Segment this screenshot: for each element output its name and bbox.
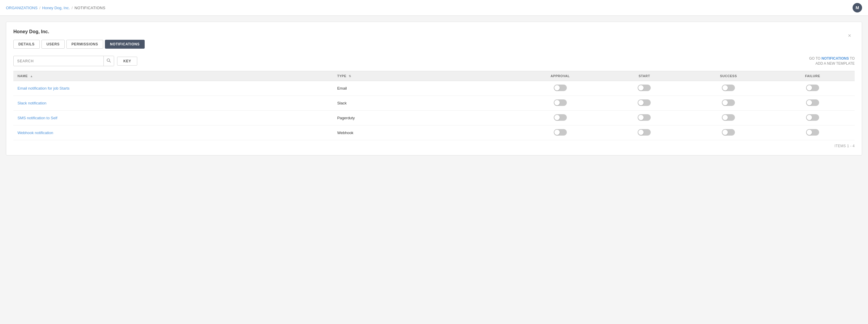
svg-line-1 (110, 61, 111, 62)
breadcrumb-sep2: / (72, 6, 73, 10)
card: Honey Dog, Inc. × DETAILS USERS PERMISSI… (6, 22, 862, 155)
search-button[interactable] (103, 56, 114, 66)
toggle-approval[interactable] (554, 99, 567, 106)
tab-permissions[interactable]: PERMISSIONS (66, 40, 103, 49)
cell-start (602, 111, 687, 125)
cell-type: Slack (333, 96, 518, 111)
goto-notifications: GO TO NOTIFICATIONS TOADD A NEW TEMPLATE (809, 56, 855, 66)
key-button[interactable]: KEY (117, 57, 137, 65)
breadcrumb-current: NOTIFICATIONS (74, 6, 105, 10)
cell-type: Webhook (333, 125, 518, 140)
card-title: Honey Dog, Inc. (13, 29, 855, 34)
toggle-failure[interactable] (806, 129, 819, 136)
breadcrumb-organizations[interactable]: ORGANIZATIONS (6, 6, 38, 10)
notification-link[interactable]: Email notification for job Starts (18, 86, 70, 90)
cell-type: Email (333, 81, 518, 96)
toggle-approval[interactable] (554, 114, 567, 121)
toggle-start[interactable] (638, 114, 651, 121)
cell-type: Pagerduty (333, 111, 518, 125)
close-button[interactable]: × (848, 33, 851, 39)
cell-name: SMS notification to Self (13, 111, 333, 125)
tab-details[interactable]: DETAILS (13, 40, 40, 49)
col-name-label: NAME (18, 74, 28, 78)
toggle-start[interactable] (638, 99, 651, 106)
cell-start (602, 96, 687, 111)
cell-start (602, 125, 687, 140)
table-body: Email notification for job StartsEmailSl… (13, 81, 855, 140)
col-header-approval: APPROVAL (518, 71, 602, 81)
col-header-success: SUCCESS (686, 71, 771, 81)
name-sort-icon[interactable]: ▲ (30, 75, 33, 78)
toggle-success[interactable] (722, 85, 735, 91)
table-row: Webhook notificationWebhook (13, 125, 855, 140)
card-header: Honey Dog, Inc. × (13, 29, 855, 34)
toolbar: KEY GO TO NOTIFICATIONS TOADD A NEW TEMP… (13, 56, 855, 66)
goto-notifications-link[interactable]: NOTIFICATIONS (822, 56, 849, 61)
notification-link[interactable]: Webhook notification (18, 130, 53, 135)
cell-approval (518, 111, 602, 125)
cell-approval (518, 125, 602, 140)
table-row: SMS notification to SelfPagerduty (13, 111, 855, 125)
type-sort-icon[interactable]: ⇅ (349, 75, 351, 78)
toggle-approval[interactable] (554, 85, 567, 91)
cell-start (602, 81, 687, 96)
search-icon (107, 58, 111, 63)
cell-failure (771, 96, 855, 111)
notification-link[interactable]: SMS notification to Self (18, 116, 57, 120)
breadcrumb: ORGANIZATIONS / Honey Dog, Inc. / NOTIFI… (6, 6, 105, 10)
breadcrumb-org-name[interactable]: Honey Dog, Inc. (42, 6, 70, 10)
cell-approval (518, 96, 602, 111)
search-input[interactable] (13, 57, 103, 65)
search-wrapper (13, 56, 114, 66)
table-header-row: NAME ▲ TYPE ⇅ APPROVAL START SUCCESS FAI… (13, 71, 855, 81)
cell-success (686, 125, 771, 140)
toggle-success[interactable] (722, 99, 735, 106)
cell-name: Slack notification (13, 96, 333, 111)
cell-name: Webhook notification (13, 125, 333, 140)
top-bar: ORGANIZATIONS / Honey Dog, Inc. / NOTIFI… (0, 0, 868, 16)
app-icon: M (852, 3, 862, 12)
cell-name: Email notification for job Starts (13, 81, 333, 96)
table-row: Email notification for job StartsEmail (13, 81, 855, 96)
cell-success (686, 96, 771, 111)
toggle-success[interactable] (722, 114, 735, 121)
cell-success (686, 81, 771, 96)
tabs-container: DETAILS USERS PERMISSIONS NOTIFICATIONS (13, 40, 855, 49)
toggle-failure[interactable] (806, 85, 819, 91)
cell-failure (771, 125, 855, 140)
cell-approval (518, 81, 602, 96)
tab-users[interactable]: USERS (41, 40, 65, 49)
main-content: Honey Dog, Inc. × DETAILS USERS PERMISSI… (0, 16, 868, 161)
toggle-start[interactable] (638, 129, 651, 136)
toggle-approval[interactable] (554, 129, 567, 136)
goto-prefix: GO TO (809, 56, 822, 61)
col-header-type: TYPE ⇅ (333, 71, 518, 81)
footer-count: ITEMS 1 - 4 (13, 140, 855, 148)
table-row: Slack notificationSlack (13, 96, 855, 111)
cell-success (686, 111, 771, 125)
col-header-name: NAME ▲ (13, 71, 333, 81)
col-type-label: TYPE (337, 74, 346, 78)
notifications-table: NAME ▲ TYPE ⇅ APPROVAL START SUCCESS FAI… (13, 71, 855, 140)
cell-failure (771, 81, 855, 96)
col-header-start: START (602, 71, 687, 81)
cell-failure (771, 111, 855, 125)
col-header-failure: FAILURE (771, 71, 855, 81)
toggle-success[interactable] (722, 129, 735, 136)
toggle-start[interactable] (638, 85, 651, 91)
toggle-failure[interactable] (806, 114, 819, 121)
breadcrumb-sep1: / (39, 6, 41, 10)
notification-link[interactable]: Slack notification (18, 101, 46, 105)
toggle-failure[interactable] (806, 99, 819, 106)
tab-notifications[interactable]: NOTIFICATIONS (105, 40, 145, 49)
